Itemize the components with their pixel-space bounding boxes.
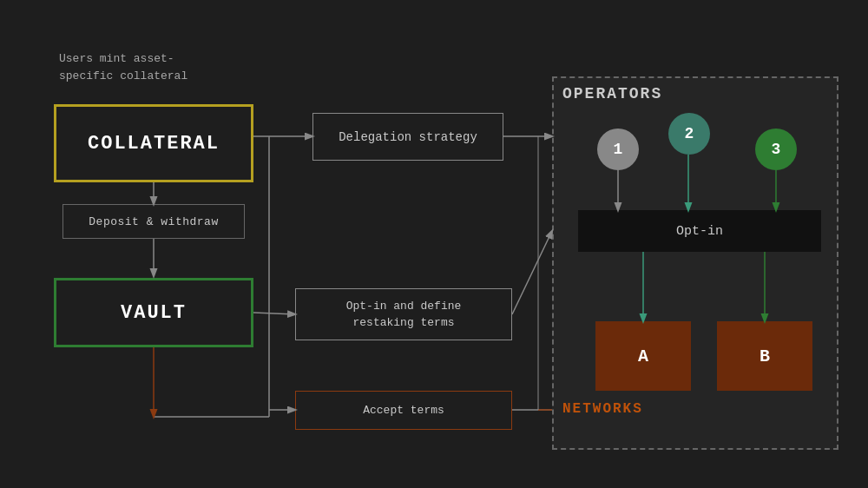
operator-1-circle: 1 <box>597 129 639 170</box>
svg-line-4 <box>253 313 295 314</box>
optin-bar-label: Opt-in <box>676 224 723 239</box>
network-b-box: B <box>717 321 812 391</box>
delegation-strategy-label: Delegation strategy <box>339 130 477 144</box>
networks-label: NETWORKS <box>562 401 643 417</box>
operator-3-circle: 3 <box>755 129 797 170</box>
network-a-box: A <box>595 321 691 391</box>
vault-label: VAULT <box>121 302 187 324</box>
accept-terms-label: Accept terms <box>363 404 444 417</box>
optin-bar: Opt-in <box>578 210 821 252</box>
deposit-label: Deposit & withdraw <box>89 215 218 228</box>
network-a-label: A <box>638 346 648 366</box>
svg-line-5 <box>512 231 552 314</box>
accept-terms-box: Accept terms <box>295 391 512 430</box>
delegation-strategy-box: Delegation strategy <box>312 113 503 161</box>
diagram-container: Users mint asset- specific collateral CO… <box>0 0 868 488</box>
optin-restaking-box: Opt-in and definerestaking terms <box>295 288 512 340</box>
optin-restaking-label: Opt-in and definerestaking terms <box>346 298 462 332</box>
operators-title: OPERATORS <box>562 85 662 102</box>
deposit-box: Deposit & withdraw <box>62 204 245 239</box>
network-b-label: B <box>760 346 770 366</box>
hint-text: Users mint asset- specific collateral <box>59 50 187 84</box>
vault-box: VAULT <box>54 278 253 347</box>
collateral-label: COLLATERAL <box>88 133 220 155</box>
collateral-box: COLLATERAL <box>54 104 253 182</box>
operator-2-circle: 2 <box>668 113 710 155</box>
